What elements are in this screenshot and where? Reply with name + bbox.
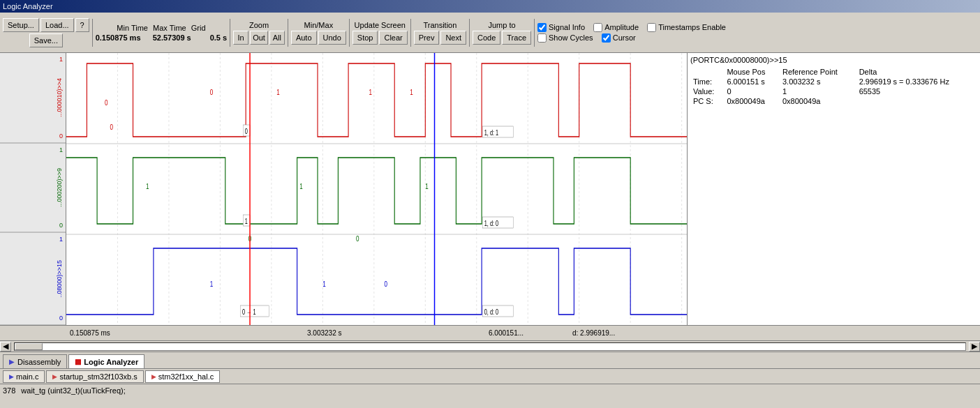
zoom-group: Zoom In Out All (233, 21, 285, 45)
svg-text:1: 1 (299, 182, 303, 191)
show-cycles-row: Show Cycles Cursor (537, 33, 726, 43)
max-time-value: 52.57309 s (153, 33, 209, 42)
amplitude-label: Amplitude (604, 23, 639, 31)
zoom-all-button[interactable]: All (269, 31, 285, 45)
scroll-right-button[interactable]: ▶ (969, 342, 980, 352)
info-col-ref: Reference Point (780, 67, 856, 77)
zoom-out-button[interactable]: Out (250, 31, 268, 45)
help-button[interactable]: ? (75, 18, 89, 32)
undo-button[interactable]: Undo (318, 31, 346, 45)
app-title: Logic Analyzer (3, 2, 53, 10)
scroll-left-button[interactable]: ◀ (0, 342, 11, 352)
info-pcs-ref: 0x800049a (780, 96, 856, 106)
info-time-label: Time: (690, 77, 724, 86)
svg-text:0: 0 (105, 98, 108, 107)
file-tab-main[interactable]: ▶ main.c (3, 370, 45, 383)
sep2 (230, 19, 230, 47)
info-time-mouse: 6.000151 s (724, 77, 780, 86)
transition-group: Transition Prev Next (414, 21, 466, 45)
info-time-delta: 2.996919 s = 0.333676 Hz (856, 77, 977, 86)
transition-label: Transition (423, 21, 456, 29)
signal-label-1: 1 ...000010)>>4 0 (0, 53, 66, 143)
file-tab-startup-label: startup_stm32f103xb.s (59, 372, 137, 381)
tab-disassembly[interactable]: ▶ Disassembly (3, 354, 67, 368)
tab-disassembly-label: Disassembly (17, 358, 61, 366)
svg-text:0: 0 (356, 234, 359, 243)
auto-button[interactable]: Auto (291, 31, 317, 45)
info-value-mouse: 0 (724, 86, 780, 96)
info-time-ref: 3.003232 s (780, 77, 856, 86)
code-button[interactable]: Code (473, 31, 500, 45)
time-bar: 0.150875 ms 3.003232 s 6.000151... d: 2.… (0, 325, 980, 340)
file-tab-startup[interactable]: ▶ startup_stm32f103xb.s (46, 370, 143, 383)
signal-info-checkbox[interactable] (537, 23, 547, 32)
sep1 (92, 19, 93, 47)
show-cycles-checkbox[interactable] (537, 33, 547, 43)
file-tab-main-label: main.c (16, 372, 38, 381)
sep3 (288, 19, 288, 47)
time-cursor-blue: 6.000151... (489, 329, 524, 337)
setup-button[interactable]: Setup... (3, 18, 39, 32)
signal-3-name: ..08000)>>15 (56, 260, 63, 298)
jumpto-label: Jump to (488, 21, 515, 29)
main-content: 1 ...000010)>>4 0 1 ...000200)>>9 0 1 ..… (0, 53, 980, 325)
svg-text:1: 1 (276, 88, 280, 97)
svg-text:1,  d: 0: 1, d: 0 (484, 220, 499, 227)
tab-logic-analyzer[interactable]: ▩ Logic Analyzer (68, 354, 144, 368)
scrollbar-thumb[interactable] (15, 343, 43, 350)
info-table: Mouse Pos Reference Point Delta Time: 6.… (690, 67, 977, 106)
load-button[interactable]: Load... (40, 18, 74, 32)
sep4 (349, 19, 350, 47)
waveform-area[interactable]: 0 0 0 1 1 1 1, d: 1 1 0 1 0 1 1, d: 0 1 (66, 53, 687, 325)
scrollbar-track[interactable] (14, 342, 966, 351)
signal-1-name: ...000010)>>4 (56, 78, 63, 117)
cursor-label: Cursor (613, 33, 636, 42)
prev-button[interactable]: Prev (414, 31, 440, 45)
time-start: 0.150875 ms (70, 329, 110, 337)
checkbox-group: Signal Info Amplitude Timestamps Enable … (537, 23, 726, 43)
amplitude-checkbox[interactable] (593, 23, 602, 32)
svg-text:1: 1 (146, 182, 149, 191)
save-button[interactable]: Save... (29, 33, 63, 47)
info-row-value: Value: 0 1 65535 (690, 86, 977, 96)
cursor-checkbox[interactable] (602, 33, 611, 43)
main-file-icon: ▶ (9, 373, 14, 380)
file-tab-hal[interactable]: ▶ stm32f1xx_hal.c (145, 370, 220, 383)
grid-value: 0.5 s (210, 33, 227, 42)
zoom-label: Zoom (249, 21, 269, 29)
minmax-label: Min/Max (304, 21, 334, 29)
min-time-label: Min Time (117, 24, 148, 32)
max-time-label: Max Time (153, 24, 186, 32)
svg-text:0: 0 (110, 123, 113, 132)
file-tabs: ▶ main.c ▶ startup_stm32f103xb.s ▶ stm32… (0, 368, 980, 384)
info-col-mouse: Mouse Pos (724, 67, 780, 77)
signal-3-high: 1 (59, 236, 63, 243)
svg-text:1: 1 (322, 280, 326, 289)
signal-label-2: 1 ...000200)>>9 0 (0, 143, 66, 233)
svg-text:1: 1 (369, 88, 372, 97)
status-bar: 378 wait_tg (uint32_t)(uuTickFreq); (0, 384, 980, 396)
sep7 (534, 19, 535, 47)
svg-text:1,  d: 1: 1, d: 1 (484, 129, 499, 137)
hal-file-icon: ▶ (151, 373, 156, 380)
stop-button[interactable]: Stop (352, 31, 378, 45)
timestamps-checkbox[interactable] (647, 23, 656, 32)
jumpto-group: Jump to Code Trace (473, 21, 531, 45)
startup-file-icon: ▶ (52, 373, 57, 380)
next-button[interactable]: Next (440, 31, 466, 45)
info-value-ref: 1 (780, 86, 856, 96)
signal-1-high: 1 (59, 56, 63, 63)
time-cursor-red: 3.003232 s (307, 329, 342, 337)
clear-button[interactable]: Clear (379, 31, 407, 45)
zoom-in-button[interactable]: In (233, 31, 248, 45)
svg-text:0,  d: 0: 0, d: 0 (484, 308, 499, 316)
status-code: wait_tg (uint32_t)(uuTickFreq); (21, 386, 125, 395)
trace-button[interactable]: Trace (502, 31, 531, 45)
show-cycles-label: Show Cycles (549, 33, 593, 42)
svg-text:1: 1 (410, 88, 413, 97)
sep5 (410, 19, 411, 47)
svg-text:0: 0 (385, 280, 388, 289)
info-panel: (PORTC&0x00008000)>>15 Mouse Pos Referen… (687, 53, 980, 325)
info-value-delta: 65535 (856, 86, 977, 96)
signal-2-high: 1 (59, 146, 63, 153)
